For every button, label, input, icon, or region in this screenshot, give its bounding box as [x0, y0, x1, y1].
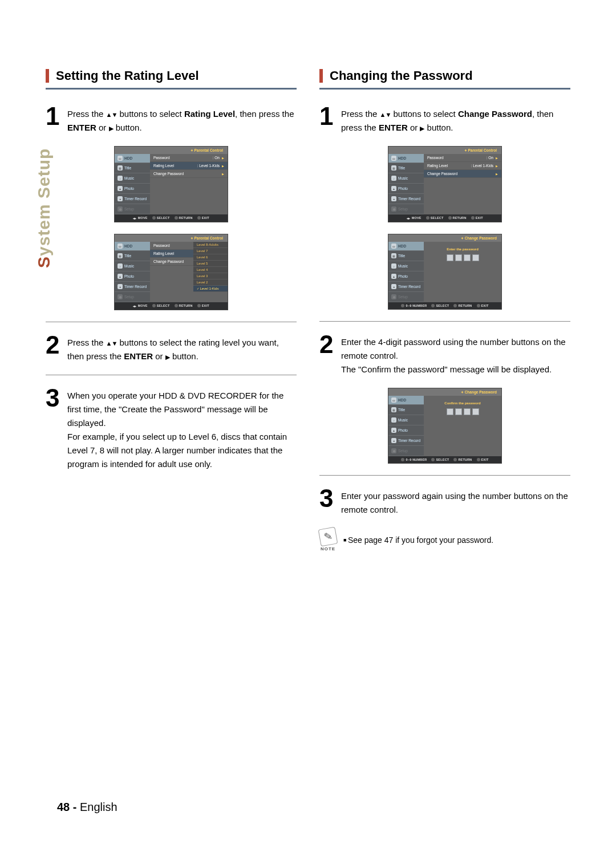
timer-icon: ●: [391, 284, 396, 289]
arrow-icon: [493, 172, 498, 176]
right-step-2: 2 Enter the 4-digit password using the n…: [319, 332, 570, 376]
nav-music: ♪Music: [115, 173, 150, 184]
opt-l4: Level 4: [193, 267, 228, 273]
opt-l8: Level 8-Adults: [193, 242, 228, 248]
divider: [319, 321, 570, 322]
setup-icon: ✿: [391, 448, 396, 453]
photo-icon: ▲: [117, 274, 123, 279]
up-down-icon: [106, 109, 117, 119]
level-options: Level 8-Adults Level 7 Level 6 Level 5 L…: [193, 242, 228, 302]
setup-icon: ✿: [391, 206, 396, 212]
osd-confirm-password: Change Password ▭HDD ▦Title ♪Music ▲Phot…: [388, 388, 502, 464]
music-icon: ♪: [117, 176, 123, 181]
note-text: See page 47 if you forgot your password.: [343, 535, 493, 545]
heading-text: Changing the Password: [330, 68, 473, 83]
row-change-password: Change Password: [150, 170, 228, 178]
opt-l3: Level 3: [193, 273, 228, 279]
timer-icon: ●: [391, 438, 396, 443]
left-column: Setting the Rating Level 1 Press the but…: [46, 68, 297, 551]
hdd-icon: ▭: [117, 156, 123, 161]
page-footer: 48 - English: [57, 801, 117, 814]
btn-select: SELECT: [152, 216, 170, 220]
setup-icon: ✿: [391, 294, 396, 299]
note-label: NOTE: [321, 546, 335, 551]
heading-bar: [319, 69, 323, 83]
row-password: Password: On: [150, 154, 228, 162]
music-icon: ♪: [391, 417, 396, 423]
heading-rating-level: Setting the Rating Level: [46, 68, 297, 90]
osd-bottom-bar: MOVE SELECT RETURN EXIT: [115, 302, 228, 310]
opt-l7: Level 7: [193, 248, 228, 254]
btn-exit: EXIT: [197, 216, 209, 220]
prompt-confirm: Confirm the password: [424, 396, 501, 408]
photo-icon: ▲: [117, 186, 123, 191]
note-row: ✎ NOTE See page 47 if you forgot your pa…: [319, 528, 570, 551]
opt-l1: Level 1-Kids: [193, 286, 228, 292]
side-tab-rest: ystem Setup: [34, 148, 53, 256]
left-step-1: 1 Press the buttons to select Rating Lev…: [46, 104, 297, 135]
heading-change-password: Changing the Password: [319, 68, 570, 90]
password-boxes: [424, 408, 501, 423]
music-icon: ♪: [391, 176, 396, 181]
nav-photo: ▲Photo: [115, 184, 150, 194]
title-icon: ▦: [117, 253, 123, 258]
right-column: Changing the Password 1 Press the button…: [319, 68, 570, 551]
up-down-icon: [380, 109, 391, 119]
setup-icon: ✿: [117, 206, 123, 212]
page-lang: English: [76, 801, 117, 813]
nav-setup: ✿Setup: [115, 204, 150, 214]
row-password: Password: [150, 242, 193, 250]
row-change-password: Change Password: [150, 258, 193, 266]
arrow-icon: [493, 164, 498, 168]
osd-title: Change Password: [388, 234, 501, 242]
up-down-icon: [106, 338, 117, 347]
osd-nav: ▭HDD ▦Title ♪Music ▲Photo ●Timer Record …: [115, 242, 150, 302]
row-rating: Rating Level: Level 1-Kids: [150, 162, 228, 170]
divider: [319, 475, 570, 476]
arrow-icon: [493, 156, 498, 160]
osd-title: Parental Control: [115, 234, 228, 242]
title-icon: ▦: [391, 407, 396, 412]
divider: [46, 322, 297, 322]
right-icon: [109, 123, 114, 132]
osd-title: Parental Control: [115, 147, 228, 154]
divider: [46, 375, 297, 375]
osd-rating-levels: Parental Control ▭HDD ▦Title ♪Music ▲Pho…: [114, 234, 228, 310]
btn-number: 0~9 NUMBER: [401, 304, 427, 307]
title-icon: ▦: [391, 165, 396, 171]
osd-nav: ▭HDD ▦Title ♪Music ▲Photo ●Timer Record …: [115, 154, 150, 214]
osd-title: Parental Control: [388, 147, 501, 154]
hdd-icon: ▭: [391, 244, 396, 249]
nav-timer: ●Timer Record: [115, 194, 150, 204]
osd-parental-control: Parental Control ▭HDD ▦Title ♪Music ▲Pho…: [114, 146, 228, 222]
setup-icon: ✿: [117, 294, 123, 299]
hdd-icon: ▭: [117, 244, 123, 249]
music-icon: ♪: [391, 263, 396, 269]
heading-text: Setting the Rating Level: [56, 68, 199, 83]
page-number: 48 -: [57, 801, 76, 813]
right-step-3: 3 Enter your password again using the nu…: [319, 486, 570, 517]
password-boxes: [424, 254, 501, 269]
photo-icon: ▲: [391, 428, 396, 433]
timer-icon: ●: [391, 196, 396, 201]
right-step-1: 1 Press the buttons to select Change Pas…: [319, 104, 570, 135]
nav-hdd: ▭HDD: [115, 154, 150, 163]
timer-icon: ●: [117, 284, 123, 289]
arrow-icon: [220, 156, 224, 160]
opt-l2: Level 2: [193, 279, 228, 286]
osd-change-password-select: Parental Control ▭HDD ▦Title ♪Music ▲Pho…: [388, 146, 502, 222]
note-icon: ✎: [318, 527, 338, 547]
opt-l5: Level 5: [193, 261, 228, 267]
osd-title: Change Password: [388, 388, 501, 396]
music-icon: ♪: [117, 263, 123, 269]
btn-move: MOVE: [133, 216, 147, 220]
right-icon: [165, 351, 170, 361]
btn-return: RETURN: [175, 216, 193, 220]
side-tab-s: S: [34, 256, 53, 268]
side-tab: System Setup: [34, 148, 54, 268]
nav-title: ▦Title: [115, 163, 150, 173]
title-icon: ▦: [391, 253, 396, 258]
step-number: 1: [46, 104, 67, 135]
hdd-icon: ▭: [391, 156, 396, 161]
left-step-3: 3 When you operate your HDD & DVD RECORD…: [46, 386, 297, 471]
